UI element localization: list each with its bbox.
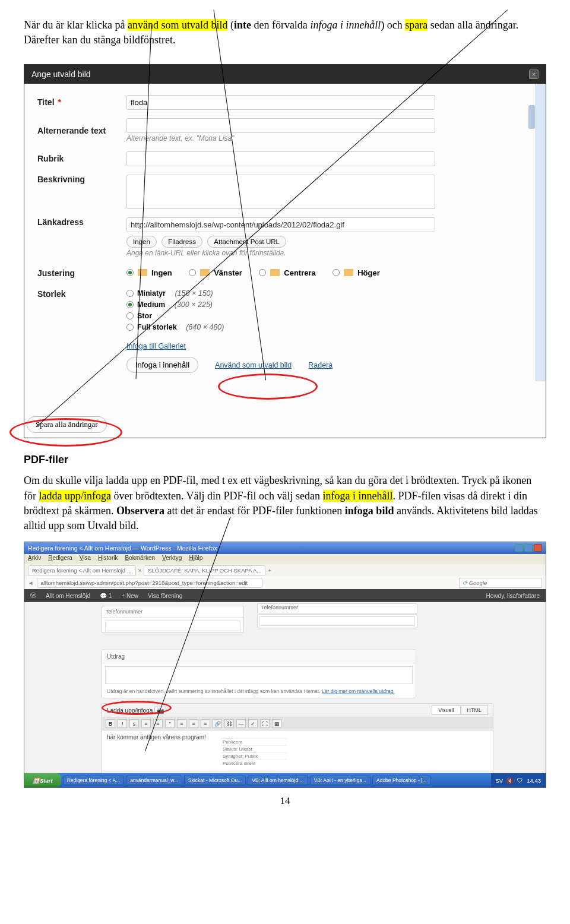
- alignment-label: Justering: [37, 268, 126, 278]
- close-icon[interactable]: ×: [529, 69, 539, 79]
- back-icon[interactable]: ◄: [28, 580, 33, 586]
- tab-visual[interactable]: Visuell: [432, 705, 460, 715]
- upload-insert-icon[interactable]: 📷: [154, 707, 166, 714]
- phone-label-1: Telefonnummer: [102, 606, 243, 618]
- save-all-button[interactable]: Spara alla ändringar: [27, 416, 107, 433]
- align-none-radio[interactable]: Ingen: [126, 268, 172, 277]
- description-label: Beskrivning: [37, 175, 126, 184]
- wp-logo-icon[interactable]: ⓦ: [30, 591, 36, 600]
- browser-menubar[interactable]: ArkivRedigeraVisaHistorikBokmärkenVerkty…: [24, 554, 546, 564]
- task-item[interactable]: Redigera förening < A...: [63, 776, 125, 785]
- link-file-button[interactable]: Filadress: [162, 236, 202, 248]
- caption-label: Rubrik: [37, 154, 126, 163]
- size-label: Storlek: [37, 289, 126, 299]
- description-textarea[interactable]: [126, 175, 435, 209]
- align-left-radio[interactable]: Vänster: [189, 268, 242, 277]
- alt-label: Alternerande text: [37, 126, 126, 135]
- admin-new[interactable]: + New: [121, 593, 138, 599]
- align-right-radio[interactable]: Höger: [332, 268, 380, 277]
- phone-input-1[interactable]: [105, 621, 240, 631]
- clock: 14:43: [527, 777, 541, 784]
- delete-link[interactable]: Radera: [308, 361, 332, 369]
- editor-toolbar[interactable]: BIs ≡≡ " ≡≡≡ 🔗⛓ —✓⛶▦: [102, 717, 493, 730]
- upload-insert-label: Ladda upp/infoga: [107, 707, 153, 714]
- gallery-link[interactable]: Infoga till Galleriet: [126, 342, 186, 350]
- search-box[interactable]: ⟳ Google: [459, 578, 542, 588]
- tray-icon[interactable]: 🛡: [517, 777, 523, 784]
- admin-view[interactable]: Visa förening: [148, 593, 182, 599]
- link-help-text: Ange en länk-URL eller klicka ovan för f…: [126, 249, 536, 257]
- start-button[interactable]: 🪟 Start: [24, 773, 61, 787]
- task-item[interactable]: VB: AoH - en ytterliga...: [310, 776, 370, 785]
- admin-site-name[interactable]: Allt om Hemslöjd: [46, 593, 90, 599]
- excerpt-label: Utdrag: [102, 650, 416, 663]
- admin-howdy[interactable]: Howdy, lisaforfattare: [486, 593, 540, 599]
- browser-tabs[interactable]: Redigera förening < Allt om Hemslöjd ...…: [24, 564, 546, 576]
- tab-html[interactable]: HTML: [461, 705, 489, 715]
- link-label: Länkadress: [37, 217, 126, 227]
- phone-label-2: Telefonnummer: [258, 603, 302, 612]
- window-title: Redigera förening < Allt om Hemslöjd — W…: [28, 545, 217, 552]
- dialog-title: Ange utvald bild: [31, 69, 91, 79]
- window-buttons[interactable]: [514, 544, 542, 553]
- alt-placeholder: Alternerande text, ex. "Mona Lisa": [126, 134, 536, 143]
- size-full-radio[interactable]: Full storlek (640 × 480): [126, 323, 536, 331]
- pdf-paragraph: Om du skulle vilja ladda upp en PDF-fil,…: [24, 473, 546, 533]
- align-center-radio[interactable]: Centrera: [259, 268, 315, 277]
- task-item[interactable]: Skickat - Microsoft Ou...: [184, 776, 246, 785]
- size-medium-radio[interactable]: Medium (300 × 225): [126, 300, 536, 309]
- tray-icon[interactable]: 🔇: [506, 777, 514, 784]
- link-url-input[interactable]: http://alltomhemslojd.se/wp-content/uplo…: [126, 217, 435, 232]
- excerpt-help-link[interactable]: Lär dig mer om manuella utdrag.: [322, 688, 395, 694]
- title-input[interactable]: [126, 95, 435, 110]
- title-label: Titel: [37, 97, 55, 107]
- scrollbar[interactable]: [528, 105, 535, 129]
- link-none-button[interactable]: Ingen: [126, 236, 157, 248]
- intro-paragraph: När du är klar klicka på använd som utva…: [24, 18, 546, 48]
- insert-button[interactable]: Infoga i innehåll: [126, 357, 198, 373]
- admin-comments[interactable]: 💬 1: [100, 593, 112, 599]
- link-attachment-button[interactable]: Attachment Post URL: [207, 236, 286, 248]
- phone-input-2[interactable]: [259, 616, 415, 626]
- section-heading-pdf: PDF-filer: [24, 454, 546, 466]
- alt-input[interactable]: [126, 118, 435, 133]
- task-item[interactable]: Adobe Photoshop - [...: [372, 776, 431, 785]
- editor-content[interactable]: här kommer äntligen vårens program!: [102, 730, 493, 744]
- lang-indicator[interactable]: SV: [496, 777, 504, 784]
- excerpt-help: Utdrag är en handskriven, valfri summeri…: [102, 687, 416, 698]
- browser-screenshot: Redigera förening < Allt om Hemslöjd — W…: [24, 542, 546, 788]
- page-number: 14: [24, 795, 546, 807]
- use-as-featured-link[interactable]: Använd som utvald bild: [215, 361, 292, 369]
- media-dialog-screenshot: Ange utvald bild × Titel* Alternerande t…: [24, 64, 546, 438]
- caption-input[interactable]: [126, 151, 435, 166]
- task-item[interactable]: VB: Allt om hemslöjd:...: [248, 776, 308, 785]
- task-item[interactable]: användarmanual_w...: [126, 776, 182, 785]
- address-bar[interactable]: alltomhemslojd.se/wp-admin/post.php?post…: [37, 578, 262, 588]
- size-large-radio[interactable]: Stor: [126, 312, 536, 320]
- size-thumbnail-radio[interactable]: Miniatyr (150 × 150): [126, 289, 536, 298]
- excerpt-textarea[interactable]: [105, 666, 413, 684]
